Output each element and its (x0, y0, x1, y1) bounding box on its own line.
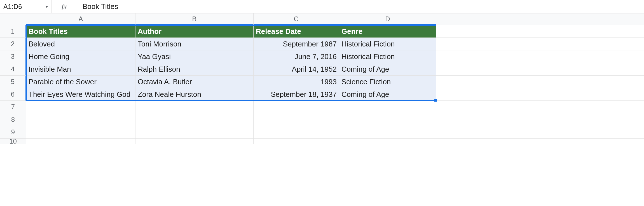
cell-rest-9[interactable] (436, 126, 644, 139)
cell-rest-2[interactable] (436, 38, 644, 50)
row-header-3[interactable]: 3 (0, 50, 26, 63)
cell-C4[interactable]: April 14, 1952 (254, 63, 339, 76)
row-header-4[interactable]: 4 (0, 63, 26, 76)
cell-A1[interactable]: Book Titles (26, 25, 135, 38)
table-row-empty: 7 (0, 101, 644, 113)
cell-A10[interactable] (26, 139, 135, 144)
cell-C5[interactable]: 1993 (254, 76, 339, 88)
row-header-1[interactable]: 1 (0, 25, 26, 38)
column-header-C[interactable]: C (254, 13, 339, 25)
table-row: 5 Parable of the Sower Octavia A. Butler… (0, 76, 644, 88)
row-header-2[interactable]: 2 (0, 38, 26, 50)
cell-rest-3[interactable] (436, 50, 644, 63)
cell-A9[interactable] (26, 126, 135, 139)
table-row: 6 Their Eyes Were Watching God Zora Neal… (0, 88, 644, 101)
row-header-7[interactable]: 7 (0, 101, 26, 113)
cell-C6[interactable]: September 18, 1937 (254, 88, 339, 101)
cell-B6[interactable]: Zora Neale Hurston (135, 88, 254, 101)
cell-D10[interactable] (339, 139, 436, 144)
cell-D9[interactable] (339, 126, 436, 139)
cell-C8[interactable] (254, 113, 339, 126)
table-row: 4 Invisible Man Ralph Ellison April 14, … (0, 63, 644, 76)
cell-A2[interactable]: Beloved (26, 38, 135, 50)
cell-C1[interactable]: Release Date (254, 25, 339, 38)
cell-B8[interactable] (135, 113, 254, 126)
cell-rest-5[interactable] (436, 76, 644, 88)
cell-A3[interactable]: Home Going (26, 50, 135, 63)
cell-D5[interactable]: Science Fiction (339, 76, 436, 88)
column-header-B[interactable]: B (135, 13, 254, 25)
cell-D4[interactable]: Coming of Age (339, 63, 436, 76)
row-header-8[interactable]: 8 (0, 113, 26, 126)
cell-A8[interactable] (26, 113, 135, 126)
cell-B3[interactable]: Yaa Gyasi (135, 50, 254, 63)
cell-rest-10[interactable] (436, 139, 644, 144)
table-row-empty: 9 (0, 126, 644, 139)
cell-C10[interactable] (254, 139, 339, 144)
formula-bar: A1:D6 ▼ fx Book Titles (0, 0, 644, 13)
cell-rest-4[interactable] (436, 63, 644, 76)
cell-B1[interactable]: Author (135, 25, 254, 38)
column-header-D[interactable]: D (339, 13, 436, 25)
table-row: 2 Beloved Toni Morrison September 1987 H… (0, 38, 644, 50)
table-row-empty: 10 (0, 139, 644, 144)
select-all-corner[interactable] (0, 13, 26, 25)
cell-B9[interactable] (135, 126, 254, 139)
cell-rest-8[interactable] (436, 113, 644, 126)
row-header-10[interactable]: 10 (0, 139, 26, 144)
column-header-A[interactable]: A (26, 13, 135, 25)
row-header-9[interactable]: 9 (0, 126, 26, 139)
cell-B4[interactable]: Ralph Ellison (135, 63, 254, 76)
fx-icon: fx (52, 0, 77, 13)
formula-input[interactable]: Book Titles (77, 0, 644, 13)
cell-rest-6[interactable] (436, 88, 644, 101)
cell-A5[interactable]: Parable of the Sower (26, 76, 135, 88)
name-box[interactable]: A1:D6 ▼ (0, 0, 52, 13)
cell-D6[interactable]: Coming of Age (339, 88, 436, 101)
cell-A6[interactable]: Their Eyes Were Watching God (26, 88, 135, 101)
cell-C9[interactable] (254, 126, 339, 139)
spreadsheet-grid[interactable]: A B C D 1 Book Titles Author Release Dat… (0, 13, 644, 144)
cell-D7[interactable] (339, 101, 436, 113)
formula-input-value: Book Titles (83, 2, 118, 11)
name-box-value: A1:D6 (3, 3, 22, 11)
cell-B10[interactable] (135, 139, 254, 144)
cell-D1[interactable]: Genre (339, 25, 436, 38)
column-header-rest (436, 13, 644, 25)
table-header-row: 1 Book Titles Author Release Date Genre (0, 25, 644, 38)
cell-D8[interactable] (339, 113, 436, 126)
row-header-5[interactable]: 5 (0, 76, 26, 88)
chevron-down-icon[interactable]: ▼ (45, 4, 49, 9)
row-header-6[interactable]: 6 (0, 88, 26, 101)
cell-rest-7[interactable] (436, 101, 644, 113)
table-row: 3 Home Going Yaa Gyasi June 7, 2016 Hist… (0, 50, 644, 63)
cell-C3[interactable]: June 7, 2016 (254, 50, 339, 63)
cell-B2[interactable]: Toni Morrison (135, 38, 254, 50)
cell-D2[interactable]: Historical Fiction (339, 38, 436, 50)
cell-A4[interactable]: Invisible Man (26, 63, 135, 76)
cell-B5[interactable]: Octavia A. Butler (135, 76, 254, 88)
cell-rest-1[interactable] (436, 25, 644, 38)
cell-A7[interactable] (26, 101, 135, 113)
table-row-empty: 8 (0, 113, 644, 126)
cell-C2[interactable]: September 1987 (254, 38, 339, 50)
column-header-row: A B C D (0, 13, 644, 25)
cell-C7[interactable] (254, 101, 339, 113)
cell-D3[interactable]: Historical Fiction (339, 50, 436, 63)
cell-B7[interactable] (135, 101, 254, 113)
